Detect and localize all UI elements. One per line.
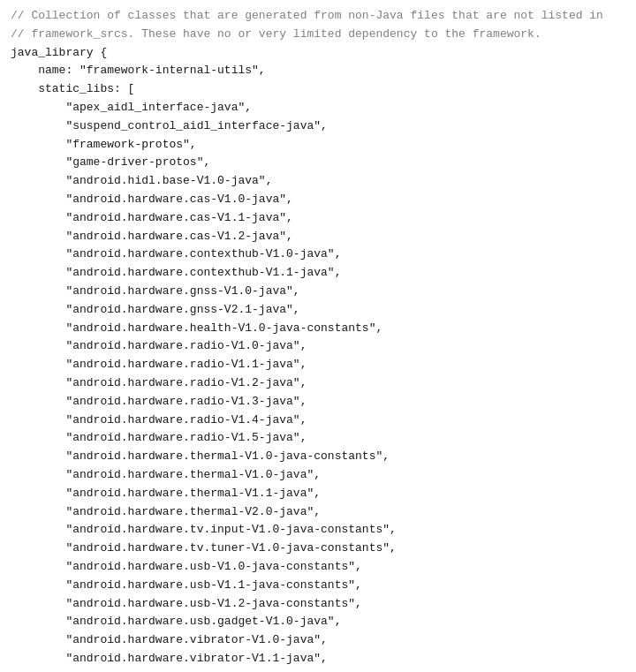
code-line-34: "android.hardware.usb.gadget-V1.0-java",: [11, 613, 625, 631]
code-line-30: "android.hardware.tv.tuner-V1.0-java-con…: [11, 540, 625, 558]
code-block: // Collection of classes that are genera…: [11, 7, 625, 672]
code-line-25: "android.hardware.thermal-V1.0-java-cons…: [11, 448, 625, 466]
code-line-1: // Collection of classes that are genera…: [11, 7, 625, 26]
code-line-23: "android.hardware.radio-V1.4-java",: [11, 412, 625, 430]
code-line-15: "android.hardware.contexthub-V1.1-java",: [11, 264, 625, 283]
code-line-29: "android.hardware.tv.input-V1.0-java-con…: [11, 521, 625, 540]
code-line-8: "framework-protos",: [11, 136, 625, 155]
code-line-13: "android.hardware.cas-V1.2-java",: [11, 228, 625, 246]
code-line-24: "android.hardware.radio-V1.5-java",: [11, 429, 625, 448]
code-line-16: "android.hardware.gnss-V1.0-java",: [11, 283, 625, 301]
code-line-14: "android.hardware.contexthub-V1.0-java",: [11, 245, 625, 264]
code-line-2: // framework_srcs. These have no or very…: [11, 26, 625, 44]
code-line-21: "android.hardware.radio-V1.2-java",: [11, 374, 625, 393]
code-line-28: "android.hardware.thermal-V2.0-java",: [11, 503, 625, 522]
code-line-32: "android.hardware.usb-V1.1-java-constant…: [11, 577, 625, 595]
code-line-33: "android.hardware.usb-V1.2-java-constant…: [11, 595, 625, 614]
code-line-20: "android.hardware.radio-V1.1-java",: [11, 356, 625, 374]
code-line-7: "suspend_control_aidl_interface-java",: [11, 117, 625, 136]
code-line-12: "android.hardware.cas-V1.1-java",: [11, 209, 625, 228]
code-container: // Collection of classes that are genera…: [0, 0, 636, 672]
code-line-4: name: "framework-internal-utils",: [11, 62, 625, 80]
code-line-6: "apex_aidl_interface-java",: [11, 99, 625, 117]
code-line-31: "android.hardware.usb-V1.0-java-constant…: [11, 558, 625, 577]
code-line-11: "android.hardware.cas-V1.0-java",: [11, 191, 625, 209]
code-line-26: "android.hardware.thermal-V1.0-java",: [11, 466, 625, 485]
code-line-5: static_libs: [: [11, 80, 625, 99]
code-line-19: "android.hardware.radio-V1.0-java",: [11, 337, 625, 356]
code-line-22: "android.hardware.radio-V1.3-java",: [11, 393, 625, 412]
code-line-37: "android.hardware.vibrator-V1.2-java",: [11, 668, 625, 672]
code-line-27: "android.hardware.thermal-V1.1-java",: [11, 485, 625, 503]
code-line-10: "android.hidl.base-V1.0-java",: [11, 172, 625, 191]
code-line-35: "android.hardware.vibrator-V1.0-java",: [11, 631, 625, 650]
code-line-18: "android.hardware.health-V1.0-java-const…: [11, 320, 625, 338]
code-line-36: "android.hardware.vibrator-V1.1-java",: [11, 650, 625, 668]
code-line-3: java_library {: [11, 44, 625, 63]
code-line-17: "android.hardware.gnss-V2.1-java",: [11, 301, 625, 320]
code-line-9: "game-driver-protos",: [11, 154, 625, 172]
